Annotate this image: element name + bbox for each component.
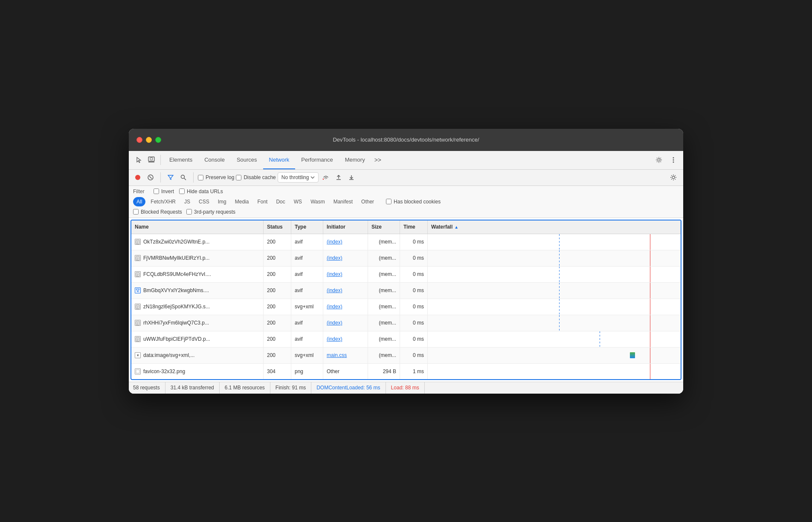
td-type: avif — [291, 250, 323, 266]
filter-font[interactable]: Font — [254, 197, 271, 206]
blocked-requests-checkbox[interactable] — [133, 209, 139, 215]
table-row[interactable]: zN18ngzl6ejSpoKMYKJG.s... 200 svg+xml (i… — [131, 299, 681, 315]
minimize-button[interactable] — [146, 137, 152, 143]
td-size: (mem... — [368, 331, 400, 347]
th-type[interactable]: Type — [291, 220, 323, 234]
preserve-log-checkbox[interactable] — [198, 175, 203, 180]
close-button[interactable] — [136, 137, 142, 143]
table-row[interactable]: rhXHHi7yxFm6IqiwQ7C3.p... 200 avif (inde… — [131, 315, 681, 331]
upload-icon-btn[interactable] — [333, 172, 344, 183]
td-name: uWWJfuFbpiClEFjPTdVD.p... — [131, 331, 264, 347]
hide-data-urls-text: Hide data URLs — [187, 188, 223, 194]
td-type: svg+xml — [291, 299, 323, 315]
inspect-icon-btn[interactable] — [145, 154, 158, 166]
table-row[interactable]: FCQLdbRS9UMc4eFHzYvI.... 200 avif (index… — [131, 267, 681, 283]
cursor-icon-btn[interactable] — [132, 154, 145, 166]
tab-list: Elements Console Sources Network Perform… — [163, 151, 652, 169]
th-initiator-label: Initiator — [327, 224, 345, 230]
maximize-button[interactable] — [155, 137, 161, 143]
filter-media[interactable]: Media — [232, 197, 252, 206]
th-status[interactable]: Status — [264, 220, 291, 234]
preserve-log-label[interactable]: Preserve log — [198, 174, 234, 180]
devtools-body: Elements Console Sources Network Perform… — [129, 151, 683, 394]
filter-all[interactable]: All — [133, 197, 145, 206]
filter-file-icon — [135, 287, 141, 293]
table-row[interactable]: FjVMRBNwMyIlkUElRzYI.p... 200 avif (inde… — [131, 250, 681, 267]
td-time: 0 ms — [400, 283, 428, 299]
td-initiator: (index) — [323, 250, 368, 266]
th-name[interactable]: Name — [131, 220, 264, 234]
th-size[interactable]: Size — [368, 220, 400, 234]
disable-cache-label[interactable]: Disable cache — [236, 174, 276, 180]
filter-bar: Filter Invert Hide data URLs All Fetch/X… — [129, 186, 683, 218]
filter-fetchxhr[interactable]: Fetch/XHR — [147, 197, 179, 206]
wifi-icon-btn[interactable] — [320, 172, 331, 183]
third-party-checkbox[interactable] — [186, 209, 192, 215]
filter-css[interactable]: CSS — [195, 197, 213, 206]
td-waterfall — [428, 283, 681, 299]
filter-manifest[interactable]: Manifest — [330, 197, 356, 206]
invert-checkbox[interactable] — [154, 188, 159, 194]
table-row[interactable]: BmGbqXVYxlY2kwgbNms.... 200 avif (index)… — [131, 283, 681, 299]
clear-btn[interactable] — [145, 172, 156, 183]
blocked-cookies-text: Has blocked cookies — [394, 199, 441, 205]
record-btn[interactable] — [132, 172, 143, 183]
td-size: (mem... — [368, 283, 400, 299]
download-icon-btn[interactable] — [346, 172, 357, 183]
throttle-select[interactable]: No throttling — [278, 172, 319, 183]
tab-console[interactable]: Console — [198, 151, 231, 169]
th-size-label: Size — [371, 224, 382, 230]
tab-elements[interactable]: Elements — [163, 151, 198, 169]
tab-more[interactable]: >> — [371, 151, 385, 169]
th-time[interactable]: Time — [400, 220, 428, 234]
tab-sources[interactable]: Sources — [231, 151, 263, 169]
blocked-cookies-label[interactable]: Has blocked cookies — [386, 199, 441, 205]
td-status: 200 — [264, 299, 291, 315]
filter-other[interactable]: Other — [358, 197, 377, 206]
more-options-icon — [670, 157, 677, 163]
settings-icon-btn[interactable] — [652, 154, 665, 166]
th-waterfall[interactable]: Waterfall ▲ — [428, 220, 681, 234]
tab-network[interactable]: Network — [263, 151, 296, 169]
search-btn[interactable] — [178, 172, 189, 183]
hide-data-urls-label[interactable]: Hide data URLs — [179, 188, 223, 194]
row-name: rhXHHi7yxFm6IqiwQ7C3.p... — [143, 320, 209, 326]
requests-count: 58 requests — [133, 382, 165, 394]
tab-performance[interactable]: Performance — [295, 151, 339, 169]
table-row[interactable]: ▾ data:image/svg+xml,... 200 svg+xml mai… — [131, 348, 681, 364]
td-time: 0 ms — [400, 299, 428, 315]
filter-wasm[interactable]: Wasm — [307, 197, 328, 206]
blocked-cookies-checkbox[interactable] — [386, 199, 392, 204]
tab-memory[interactable]: Memory — [339, 151, 371, 169]
third-party-label[interactable]: 3rd-party requests — [186, 209, 235, 215]
disable-cache-checkbox[interactable] — [236, 175, 241, 180]
network-settings-btn[interactable] — [667, 171, 680, 184]
td-name: zN18ngzl6ejSpoKMYKJG.s... — [131, 299, 264, 315]
network-table: Name Status Type Initiator Size Time — [130, 220, 682, 380]
traffic-lights — [136, 137, 161, 143]
settings-icon — [655, 157, 662, 163]
blocked-requests-label[interactable]: Blocked Requests — [133, 209, 182, 215]
filter-img[interactable]: Img — [215, 197, 230, 206]
filter-row2: All Fetch/XHR JS CSS Img Media Font Doc … — [133, 197, 679, 206]
row-name: favicon-32x32.png — [143, 368, 185, 374]
td-waterfall — [428, 299, 681, 315]
filter-btn[interactable] — [165, 172, 176, 183]
top-toolbar: Elements Console Sources Network Perform… — [129, 151, 683, 170]
th-initiator[interactable]: Initiator — [323, 220, 368, 234]
clear-icon — [148, 174, 154, 180]
th-time-label: Time — [403, 224, 415, 230]
svg-point-6 — [673, 162, 674, 163]
record-icon — [135, 174, 141, 180]
filter-js[interactable]: JS — [181, 197, 194, 206]
table-row[interactable]: uWWJfuFbpiClEFjPTdVD.p... 200 avif (inde… — [131, 331, 681, 348]
table-row[interactable]: OkTz8xZwi0zVh2GWltnE.p... 200 avif (inde… — [131, 234, 681, 250]
hide-data-urls-checkbox[interactable] — [179, 188, 185, 194]
more-options-btn[interactable] — [667, 154, 680, 166]
invert-label[interactable]: Invert — [154, 188, 174, 194]
table-row[interactable]: favicon-32x32.png 304 png Other 294 B 1 … — [131, 364, 681, 379]
td-status: 200 — [264, 331, 291, 347]
filter-doc[interactable]: Doc — [273, 197, 288, 206]
blank-icon — [135, 368, 141, 374]
filter-ws[interactable]: WS — [290, 197, 305, 206]
